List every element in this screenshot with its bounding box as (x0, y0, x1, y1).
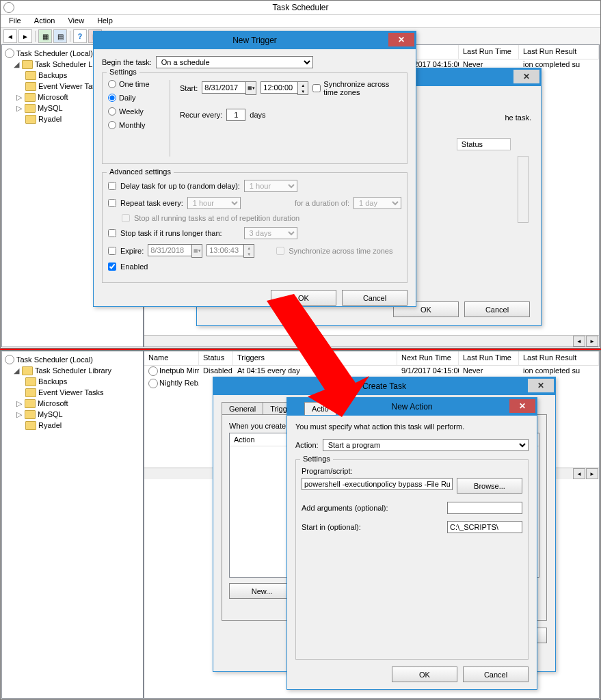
action-select[interactable]: Start a program (323, 439, 529, 451)
dialog-title-bar[interactable]: Create Task ✕ (213, 377, 555, 395)
tab-general[interactable]: General (222, 402, 263, 415)
args-field[interactable] (447, 502, 522, 514)
col-result[interactable]: Last Run Result (519, 45, 599, 59)
forward-button[interactable]: ► (18, 29, 32, 43)
close-button[interactable]: ✕ (528, 379, 554, 392)
advanced-group: Advanced settings Delay task for up to (… (102, 172, 408, 283)
begin-task-select[interactable]: On a schedule (156, 56, 313, 68)
folder-icon (25, 104, 36, 113)
tool-btn-2[interactable]: ▤ (53, 29, 67, 43)
spin-down-icon[interactable]: ▼ (298, 88, 308, 94)
calendar-icon[interactable]: ▦▾ (245, 81, 256, 95)
dialog-title-bar[interactable]: New Trigger ✕ (94, 31, 416, 49)
col-status[interactable]: Status (199, 351, 233, 365)
spin-up-icon[interactable]: ▲ (298, 82, 308, 88)
stoplong-check[interactable] (108, 229, 116, 237)
scroll-left-icon[interactable]: ◄ (573, 468, 585, 479)
radio-onetime[interactable]: One time (108, 80, 161, 88)
expire-check[interactable] (108, 247, 116, 255)
enabled-check[interactable] (108, 262, 116, 271)
stoplong-select: 3 days (244, 227, 297, 239)
menu-help[interactable]: Help (92, 15, 118, 26)
new-trigger-dialog: New Trigger ✕ Begin the task: On a sched… (93, 31, 416, 307)
browse-button[interactable]: Browse... (457, 478, 522, 494)
tree-microsoft[interactable]: ▷Microsoft (5, 398, 140, 409)
behind-text: he task. (505, 113, 531, 122)
cell-name: Inetpub Mirr.. (144, 366, 199, 378)
advanced-label: Advanced settings (107, 167, 174, 176)
radio-daily[interactable]: Daily (108, 94, 161, 102)
close-button[interactable]: ✕ (513, 70, 539, 83)
tree-backups[interactable]: Backups (5, 376, 140, 387)
menu-file[interactable]: File (3, 15, 27, 26)
repeat-check[interactable] (108, 199, 116, 207)
scroll-left-icon[interactable]: ◄ (573, 336, 585, 347)
tree-ryadel[interactable]: Ryadel (5, 420, 140, 431)
duration-label: for a duration of: (295, 199, 349, 207)
tool-btn-1[interactable]: ▦ (38, 29, 52, 43)
radio-weekly[interactable]: Weekly (108, 107, 161, 116)
clock-icon (148, 366, 158, 376)
cancel-button[interactable]: Cancel (463, 667, 529, 682)
col-name[interactable]: Name (144, 351, 199, 365)
start-date-field[interactable]: ▦▾ (202, 81, 256, 95)
tree-root[interactable]: Task Scheduler (Local) (5, 354, 140, 365)
recur-field[interactable] (226, 109, 245, 121)
cancel-button[interactable]: Cancel (464, 301, 530, 317)
v-scrollbar[interactable] (518, 156, 529, 223)
settings-label: Settings (107, 68, 139, 76)
settings-label: Settings (300, 455, 333, 463)
enabled-label: Enabled (120, 262, 148, 271)
ok-button[interactable]: OK (392, 667, 457, 682)
delay-label: Delay task for up to (random delay): (120, 182, 240, 190)
col-triggers[interactable]: Triggers (233, 351, 397, 365)
menu-action[interactable]: Action (29, 15, 61, 26)
tree-event-viewer[interactable]: Event Viewer Tasks (5, 387, 140, 398)
back-button[interactable]: ◄ (3, 29, 17, 43)
stopall-check (122, 214, 130, 222)
close-button[interactable]: ✕ (388, 33, 414, 46)
col-result[interactable]: Last Run Result (519, 351, 599, 365)
sync-tz-check[interactable]: Synchronize across time zones (312, 80, 401, 96)
cancel-button[interactable]: Cancel (342, 290, 408, 306)
recur-label: Recur every: (180, 111, 222, 119)
col-next[interactable]: Next Run Time (397, 351, 459, 365)
h-scrollbar[interactable]: ◄► (144, 335, 599, 347)
calendar-icon: ▦▾ (191, 244, 202, 258)
ok-button[interactable]: OK (271, 290, 336, 306)
folder-icon (25, 399, 36, 408)
radio-monthly[interactable]: Monthly (108, 121, 161, 129)
cell-name: Nightly Reb.. (144, 378, 199, 390)
app-icon (3, 2, 14, 13)
menu-view[interactable]: View (62, 15, 90, 26)
expire-sync-check (276, 247, 284, 255)
new-action-button[interactable]: New... (229, 583, 295, 599)
expand-icon[interactable]: ▷ (16, 399, 23, 408)
folder-icon (25, 82, 36, 91)
col-last[interactable]: Last Run Time (459, 351, 519, 365)
start-time-field[interactable]: ▲▼ (261, 81, 308, 95)
clock-icon (5, 355, 14, 364)
folder-icon (25, 377, 36, 386)
collapse-icon[interactable]: ◢ (13, 60, 20, 69)
tab-actions[interactable]: Actio (304, 402, 336, 415)
delay-check[interactable] (108, 182, 116, 190)
scroll-right-icon[interactable]: ► (586, 468, 598, 479)
program-field[interactable] (302, 478, 453, 490)
begin-task-label: Begin the task: (102, 58, 152, 66)
expand-icon[interactable]: ▷ (16, 410, 23, 419)
startin-label: Start in (optional): (302, 523, 447, 531)
help-button[interactable]: ? (73, 29, 87, 43)
expand-icon[interactable]: ▷ (16, 93, 23, 102)
startin-field[interactable] (447, 521, 522, 533)
folder-icon (22, 366, 33, 375)
tree-mysql[interactable]: ▷MySQL (5, 409, 140, 420)
expand-icon[interactable]: ▷ (16, 104, 23, 113)
duration-select: 1 day (353, 197, 401, 209)
tree-library[interactable]: ◢Task Scheduler Library (5, 365, 140, 376)
collapse-icon[interactable]: ◢ (13, 366, 20, 375)
scroll-right-icon[interactable]: ► (586, 336, 598, 347)
col-last[interactable]: Last Run Time (459, 45, 519, 59)
close-button[interactable]: ✕ (509, 399, 535, 413)
window-title-bar: Task Scheduler (1, 1, 600, 15)
